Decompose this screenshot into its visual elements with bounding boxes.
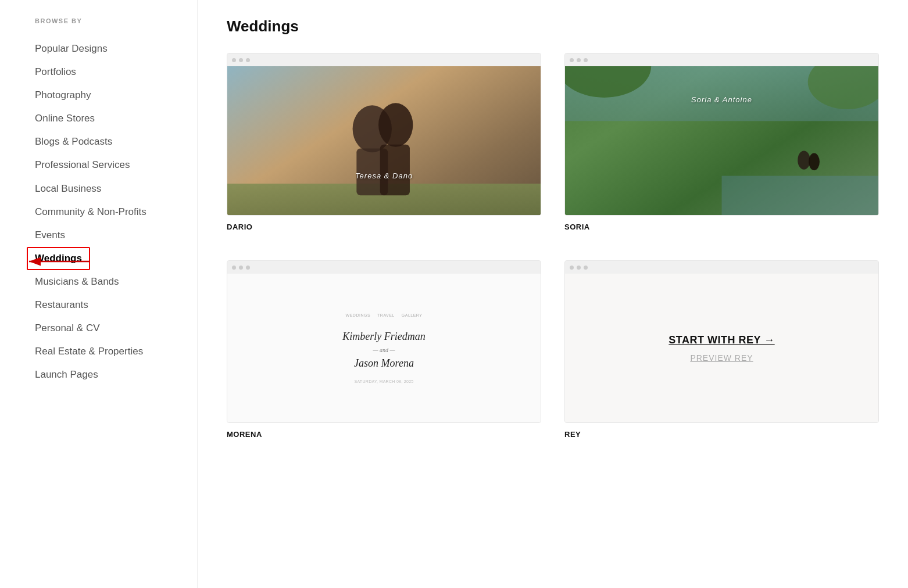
template-card-morena: WEDDINGS TRAVEL GALLERY Kimberly Friedma… xyxy=(227,260,541,439)
template-name-dario: DARIO xyxy=(227,223,541,231)
browser-dot-r2 xyxy=(577,266,581,270)
dario-illustration xyxy=(227,66,541,215)
svg-point-12 xyxy=(798,151,810,170)
browser-dot-s3 xyxy=(584,58,588,62)
browser-dot-1 xyxy=(232,58,236,62)
main-content: Weddings xyxy=(198,0,908,588)
template-name-soria: SORIA xyxy=(564,223,879,231)
rey-preview-body: START WITH REY → PREVIEW REY xyxy=(565,274,878,422)
soria-preview-body: Soria & Antoine xyxy=(565,66,878,215)
svg-point-5 xyxy=(378,103,413,146)
soria-overlay-text: Soria & Antoine xyxy=(691,95,752,104)
morena-nav: WEDDINGS TRAVEL GALLERY xyxy=(346,313,423,317)
template-name-morena: MORENA xyxy=(227,430,541,439)
dario-preview-body: Teresa & Dano xyxy=(227,66,541,215)
morena-preview-body: WEDDINGS TRAVEL GALLERY Kimberly Friedma… xyxy=(227,274,541,422)
sidebar-item-online-stores[interactable]: Online Stores xyxy=(35,107,174,130)
template-card-dario: Teresa & Dano DARIO xyxy=(227,53,541,231)
dario-background: Teresa & Dano xyxy=(227,66,541,215)
template-preview-soria[interactable]: Soria & Antoine xyxy=(564,53,879,216)
sidebar-item-events[interactable]: Events xyxy=(35,224,174,247)
page-title: Weddings xyxy=(227,17,879,35)
browser-bar-dario xyxy=(227,53,541,66)
sidebar-item-restaurants[interactable]: Restaurants xyxy=(35,293,174,317)
rey-cta-preview[interactable]: PREVIEW REY xyxy=(690,353,753,363)
template-card-rey: START WITH REY → PREVIEW REY REY xyxy=(564,260,879,439)
browser-dot-r1 xyxy=(570,266,574,270)
template-preview-dario[interactable]: Teresa & Dano xyxy=(227,53,541,216)
browser-dot-m1 xyxy=(232,266,236,270)
browser-bar-soria xyxy=(565,53,878,66)
sidebar-item-personal-cv[interactable]: Personal & CV xyxy=(35,317,174,340)
sidebar-item-real-estate[interactable]: Real Estate & Properties xyxy=(35,340,174,363)
sidebar-item-portfolios[interactable]: Portfolios xyxy=(35,60,174,84)
template-preview-rey[interactable]: START WITH REY → PREVIEW REY xyxy=(564,260,879,423)
sidebar-active-item-wrapper: Weddings xyxy=(35,247,90,270)
browser-dot-s2 xyxy=(577,58,581,62)
sidebar-nav: Popular Designs Portfolios Photography O… xyxy=(35,37,174,386)
dario-overlay-text: Teresa & Dano xyxy=(355,171,413,180)
sidebar-item-photography[interactable]: Photography xyxy=(35,84,174,107)
sidebar-item-weddings[interactable]: Weddings xyxy=(27,247,90,270)
browser-dot-s1 xyxy=(570,58,574,62)
sidebar-item-blogs-podcasts[interactable]: Blogs & Podcasts xyxy=(35,130,174,153)
sidebar-item-launch-pages[interactable]: Launch Pages xyxy=(35,363,174,386)
browser-bar-morena xyxy=(227,261,541,274)
soria-background: Soria & Antoine xyxy=(565,66,878,215)
rey-background: START WITH REY → PREVIEW REY xyxy=(565,274,878,422)
browser-dot-m2 xyxy=(239,266,243,270)
morena-background: WEDDINGS TRAVEL GALLERY Kimberly Friedma… xyxy=(227,274,541,422)
browser-dot-m3 xyxy=(246,266,250,270)
templates-grid: Teresa & Dano DARIO xyxy=(227,53,879,439)
svg-point-13 xyxy=(809,153,820,171)
svg-rect-7 xyxy=(380,145,410,196)
browse-by-label: BROWSE BY xyxy=(35,17,174,24)
morena-title: Kimberly Friedman — and — Jason Morena xyxy=(342,329,425,371)
sidebar: BROWSE BY Popular Designs Portfolios Pho… xyxy=(0,0,198,588)
browser-dot-3 xyxy=(246,58,250,62)
sidebar-item-popular-designs[interactable]: Popular Designs xyxy=(35,37,174,60)
sidebar-item-professional-services[interactable]: Professional Services xyxy=(35,153,174,177)
template-preview-morena[interactable]: WEDDINGS TRAVEL GALLERY Kimberly Friedma… xyxy=(227,260,541,423)
morena-subtitle: SATURDAY, MARCH 08, 2025 xyxy=(354,379,413,383)
template-card-soria: Soria & Antoine SORIA xyxy=(564,53,879,231)
sidebar-item-community-nonprofits[interactable]: Community & Non-Profits xyxy=(35,200,174,224)
browser-bar-rey xyxy=(565,261,878,274)
rey-cta-start[interactable]: START WITH REY → xyxy=(669,334,774,346)
sidebar-item-musicians-bands[interactable]: Musicians & Bands xyxy=(35,270,174,293)
sidebar-item-local-business[interactable]: Local Business xyxy=(35,177,174,200)
browser-dot-r3 xyxy=(584,266,588,270)
svg-rect-14 xyxy=(722,176,879,215)
browser-dot-2 xyxy=(239,58,243,62)
template-name-rey: REY xyxy=(564,430,879,439)
